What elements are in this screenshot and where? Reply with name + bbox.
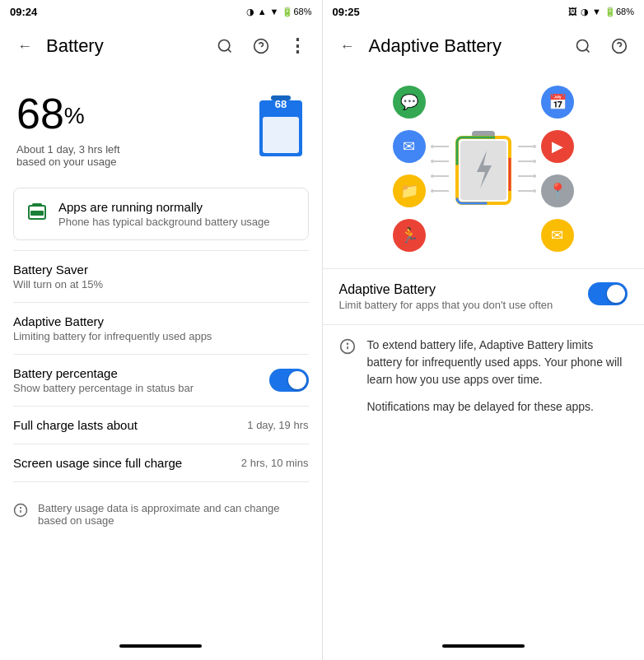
- adaptive-back-button[interactable]: ←: [336, 35, 359, 58]
- adaptive-help-button[interactable]: [608, 35, 631, 58]
- adaptive-info-para1: To extend battery life, Adaptive Battery…: [367, 337, 628, 388]
- adaptive-battery-primary: Adaptive Battery: [13, 314, 309, 328]
- adaptive-info-para2: Notifications may be delayed for these a…: [367, 398, 628, 416]
- full-charge-item: Full charge lasts about 1 day, 19 hrs: [0, 407, 322, 444]
- status-bars: 09:24 ◑ ▲ ▼ 🔋68% 09:25 🖼 ◑ ▼ 🔋68%: [0, 0, 644, 23]
- connector-r2: [518, 160, 536, 163]
- screen-usage-text: Screen usage since full charge: [13, 456, 241, 470]
- illus-connectors-left: [431, 145, 449, 193]
- battery-percent-symbol: %: [64, 103, 85, 128]
- battery-icon-status-right: 🔋68%: [604, 7, 634, 17]
- svg-line-1: [227, 49, 231, 53]
- adaptive-title: Adaptive Battery: [369, 35, 572, 57]
- right-status-bar: 09:25 🖼 ◑ ▼ 🔋68%: [322, 0, 645, 23]
- battery-percent-display: 68%: [16, 89, 120, 138]
- full-charge-label: Full charge lasts about: [13, 418, 247, 432]
- battery-status-secondary: Phone has typical background battery usa…: [58, 216, 270, 228]
- signal-icon: ▲: [258, 7, 267, 16]
- svg-line-15: [586, 49, 590, 53]
- battery-panel: ← Battery ⋮: [0, 23, 323, 660]
- screen-usage-item: Screen usage since full charge 2 hrs, 10…: [0, 444, 322, 481]
- battery-info: 68% About 1 day, 3 hrs left based on you…: [16, 89, 120, 168]
- adaptive-help-icon: [611, 38, 628, 54]
- adaptive-setting-secondary: Limit battery for apps that you don't us…: [339, 299, 579, 311]
- battery-percentage-item[interactable]: Battery percentage Show battery percenta…: [0, 355, 322, 406]
- toggle-thumb: [288, 371, 306, 389]
- adaptive-toolbar: ← Adaptive Battery: [323, 23, 645, 69]
- adaptive-battery-panel: ← Adaptive Battery 💬: [323, 23, 645, 660]
- battery-saver-secondary: Will turn on at 15%: [13, 278, 309, 290]
- app-icon-mail2: ✉: [541, 219, 574, 252]
- left-nav-indicator: [0, 637, 322, 660]
- right-nav-bar: [442, 644, 525, 648]
- battery-toolbar: ← Battery ⋮: [0, 23, 322, 69]
- back-button[interactable]: ←: [13, 35, 36, 58]
- app-icon-youtube: ▶: [541, 130, 574, 163]
- app-icon-files: 📁: [393, 174, 426, 207]
- adaptive-toolbar-icons: [572, 35, 631, 58]
- right-nav-indicator: [323, 637, 645, 660]
- footer-note-text: Battery usage data is approximate and ca…: [38, 502, 309, 527]
- svg-rect-6: [263, 117, 299, 153]
- adaptive-setting-text: Adaptive Battery Limit battery for apps …: [339, 282, 579, 311]
- battery-saver-primary: Battery Saver: [13, 263, 309, 277]
- screenshot-icon: 🖼: [568, 7, 577, 16]
- battery-status-text: Apps are running normally Phone has typi…: [58, 200, 270, 228]
- screen-usage-value: 2 hrs, 10 mins: [241, 457, 309, 469]
- adaptive-battery-secondary: Limiting battery for infrequently used a…: [13, 330, 309, 342]
- adaptive-battery-item[interactable]: Adaptive Battery Limiting battery for in…: [0, 303, 322, 354]
- battery-percentage-text: Battery percentage Show battery percenta…: [13, 366, 269, 394]
- svg-point-14: [577, 40, 588, 51]
- back-icon: ←: [17, 38, 32, 55]
- battery-saver-item[interactable]: Battery Saver Will turn on at 15%: [0, 251, 322, 302]
- illus-left-icons: 💬 ✉ 📁 🏃: [393, 86, 426, 252]
- help-button[interactable]: [250, 35, 273, 58]
- svg-point-0: [218, 40, 229, 51]
- connector-1: [431, 145, 449, 148]
- left-status-bar: 09:24 ◑ ▲ ▼ 🔋68%: [0, 0, 322, 23]
- main-panels: ← Battery ⋮: [0, 23, 644, 660]
- battery-footer-note: Battery usage data is approximate and ca…: [0, 489, 322, 540]
- connector-r3: [518, 174, 536, 178]
- connector-2: [431, 160, 449, 163]
- adaptive-toggle-thumb: [607, 285, 625, 303]
- battery-percentage-toggle[interactable]: [269, 369, 309, 392]
- adaptive-search-icon: [575, 38, 591, 54]
- help-icon: [253, 38, 269, 54]
- right-time: 09:25: [333, 6, 360, 18]
- dnd-icon: ◑: [246, 7, 254, 17]
- battery-percentage-primary: Battery percentage: [13, 366, 269, 380]
- illus-center-battery: [454, 129, 513, 208]
- search-icon: [217, 38, 233, 54]
- more-button[interactable]: ⋮: [286, 35, 309, 58]
- battery-status-card: Apps are running normally Phone has typi…: [13, 188, 309, 240]
- app-icon-maps: 📍: [541, 174, 574, 207]
- app-icon-fitness: 🏃: [393, 219, 426, 252]
- adaptive-battery-svg: [454, 129, 513, 208]
- connector-r1: [518, 145, 536, 148]
- app-icon-messages: 💬: [393, 86, 426, 119]
- screen-usage-label: Screen usage since full charge: [13, 456, 241, 470]
- search-button[interactable]: [213, 35, 236, 58]
- battery-toolbar-icons: ⋮: [213, 35, 309, 58]
- connector-r4: [518, 189, 536, 193]
- wifi-icon-right: ▼: [592, 7, 601, 16]
- battery-time-left: About 1 day, 3 hrs left based on your us…: [16, 143, 120, 168]
- adaptive-battery-toggle[interactable]: [588, 282, 628, 305]
- adaptive-back-icon: ←: [340, 38, 355, 55]
- battery-title: Battery: [46, 35, 213, 57]
- adaptive-setting-primary: Adaptive Battery: [339, 282, 579, 297]
- full-charge-value: 1 day, 19 hrs: [247, 419, 308, 431]
- app-icon-mail: ✉: [393, 130, 426, 163]
- wifi-icon: ▼: [270, 7, 279, 16]
- svg-rect-10: [30, 211, 44, 216]
- app-icon-calendar: 📅: [541, 86, 574, 119]
- battery-saver-text: Battery Saver Will turn on at 15%: [13, 263, 309, 290]
- adaptive-battery-setting: Adaptive Battery Limit battery for apps …: [323, 268, 645, 324]
- battery-status-icon: [27, 202, 47, 226]
- adaptive-search-button[interactable]: [572, 35, 595, 58]
- battery-icon-status: 🔋68%: [282, 7, 311, 17]
- illus-connectors-right: [518, 145, 536, 193]
- connector-4: [431, 189, 449, 193]
- right-status-icons: 🖼 ◑ ▼ 🔋68%: [568, 7, 634, 17]
